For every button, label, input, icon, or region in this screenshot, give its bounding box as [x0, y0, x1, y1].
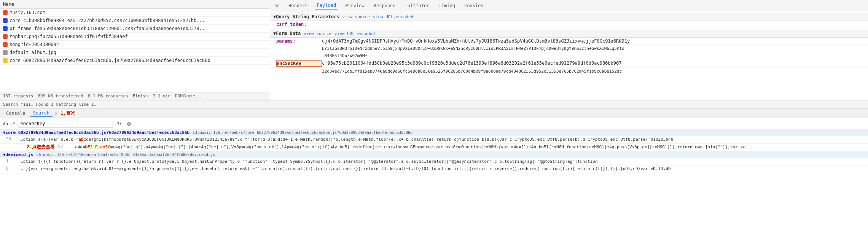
resources-size: 8.1 MB resources [88, 94, 128, 99]
bottom-section: Search fini… Found 1 matching line i… Co… [0, 100, 868, 229]
view-url-encoded-link[interactable]: view URL-encoded [373, 14, 413, 19]
file-item[interactable]: topbar.png?f02a0551d908dae51df01f9fbf384… [0, 33, 270, 41]
top-section: Name music.163.comcore_c3b098bbfb898941e… [0, 0, 868, 100]
img-file-icon [3, 50, 8, 55]
params-row: params: uj4rOdAT3xg7mGgv4NSIBPRsHVyd+MmB… [270, 38, 868, 45]
files-header: Name [0, 0, 270, 9]
requests-count: 137 requests [3, 94, 33, 99]
line-content: …c4g=NEJ.P.ex5C=c4g("nej.g"),u4y=c4g("ne… [72, 144, 748, 151]
csrf-token-value [322, 22, 862, 27]
line-content: …t}{var r=arguments.length>1&&void 0!==a… [21, 166, 671, 172]
file-item[interactable]: music.163.com [0, 9, 270, 17]
tab-timing[interactable]: Timing [437, 2, 457, 9]
dom-content: DOMConte... [175, 94, 203, 99]
result-file-url: s3.music.126.net/web/s/core_60a2789634d9… [193, 130, 412, 135]
file-name: music.163.com [10, 10, 45, 15]
tab-preview[interactable]: Preview [344, 2, 366, 9]
result-line[interactable]: 90…ction a(a){var d,e,b="abcdefghijklmno… [0, 136, 868, 144]
search-highlight: NEJ.P.ex5C [85, 145, 110, 149]
line-number: 1 [6, 159, 18, 164]
params-value-2: LYilJGsBN3r5IDeNrzdUheVloIo9jxHpVXEeD8Or… [270, 45, 868, 52]
network-tabs: ✕ HeadersPayloadPreviewResponseInitiator… [270, 0, 868, 11]
tab-response[interactable]: Response [372, 2, 397, 9]
form-data-section: ▼Form Data view source view URL-encoded … [270, 30, 868, 75]
form-data-header: ▼Form Data view source view URL-encoded [270, 30, 868, 38]
line-content: …ction a(a){var d,e,b="abcdefghijklmnopq… [21, 137, 673, 143]
encseckey-key: encSecKey [276, 60, 322, 67]
file-item[interactable]: default_album.jpg [0, 49, 270, 57]
query-string-title: ▼Query String Parameters [273, 14, 339, 19]
search-input[interactable] [18, 120, 113, 127]
params-value-3: tB4BB5f4Du/W07m9M= [270, 52, 868, 59]
regex-label: .* [10, 121, 15, 126]
form-view-url-encoded-link[interactable]: view URL-encoded [334, 31, 375, 36]
left-panel: Name music.163.comcore_c3b098bbfb898941e… [0, 0, 270, 100]
search-tab[interactable]: Search [30, 110, 53, 117]
search-info-bar: Search fini… Found 1 matching line i… [0, 100, 868, 109]
csrf-token-row: csrf_token: [270, 21, 868, 28]
result-line[interactable]: 1…ction t(){t=function(){return r};var r… [0, 158, 868, 166]
query-string-header: ▼Query String Parameters view source vie… [270, 13, 868, 21]
file-list: music.163.comcore_c3b098bbfb898941ea512a… [0, 9, 270, 92]
html-file-icon [3, 34, 8, 39]
form-data-title: ▼Form Data [273, 31, 301, 36]
line-number: 8 [6, 166, 18, 171]
file-name: topbar.png?f02a0551d908dae51df01f9fbf384… [10, 34, 128, 39]
finish-time: Finish: 2.1 min [133, 94, 170, 99]
main-container: Name music.163.comcore_c3b098bbfb898941e… [0, 0, 868, 229]
encseckey-value: cf93a75cb2011004fdd38b0eb20e95c3d989c0cf… [322, 60, 862, 67]
file-item[interactable]: song?id=2054300084 [0, 41, 270, 49]
html-file-icon [3, 42, 8, 47]
line-number: 92 [58, 144, 69, 149]
css-file-icon [3, 26, 8, 31]
result-file-header[interactable]: ▼core_60a2789634d9aacfbe3fec6cc63ac86b.j… [0, 129, 868, 136]
transferred-size: 899 kB transferred [38, 94, 83, 99]
csrf-token-key: csrf_token: [276, 22, 322, 27]
refresh-search-button[interactable]: ↻ [115, 120, 123, 127]
result-file-name: ▼core_60a2789634d9aacfbe3fec6cc63ac86b.j… [3, 130, 190, 135]
console-tabs: Console Search ✕ 1.查询 [0, 109, 868, 118]
file-item[interactable]: core_c3b098bbfb898941ea512a27bb7bd95c.cs… [0, 17, 270, 25]
params-value: uj4rOdAT3xg7mGgv4NSIBPRsHVyd+MmBO+vOnkHo… [322, 38, 862, 44]
tab-cookies[interactable]: Cookies [463, 2, 485, 9]
line-content: …ction t(){t=function(){return r};var r=… [21, 159, 598, 165]
file-name: default_album.jpg [10, 50, 56, 55]
js-file-icon [3, 58, 8, 63]
right-panel: ✕ HeadersPayloadPreviewResponseInitiator… [270, 0, 868, 100]
result-line[interactable]: 2.点进去查看92…c4g=NEJ.P.ex5C=c4g("nej.g"),u4… [0, 144, 868, 151]
result-file-header[interactable]: ▼deviceid.js s6.music.126.net/643e5ac3af… [0, 151, 868, 158]
annotation-1: 1.查询 [59, 110, 76, 117]
file-name: core_c3b098bbfb898941ea512a27bb7bd95c.cs… [10, 18, 205, 23]
encseckey-value-2: 32d84ed771db3ff815eb8746a0dc9d68fc5e9086… [270, 68, 868, 75]
search-highlight: ab [78, 137, 83, 142]
results-area: ▼core_60a2789634d9aacfbe3fec6cc63ac86b.j… [0, 129, 868, 229]
file-name: song?id=2054300084 [10, 42, 59, 47]
file-item[interactable]: core_60a2789634d9aacfbe3fec6cc63ac86b.js… [0, 57, 270, 65]
annotation-2-inline: 2.点进去查看 [25, 143, 56, 151]
tab-payload[interactable]: Payload [315, 2, 338, 10]
tab-initiator[interactable]: Initiator [403, 2, 431, 9]
params-key: params: [276, 38, 322, 44]
html-file-icon [3, 10, 8, 15]
console-tab[interactable]: Console [3, 110, 29, 117]
file-name: pt_frame_faa559d8a8ebec8e1eb33788ac1200d… [10, 26, 207, 31]
clear-search-button[interactable]: ⊘ [125, 120, 133, 127]
result-file-url: s6.music.126.net/643e5ac3afbaa12ec0719b8… [36, 153, 215, 157]
encseckey-row: encSecKey cf93a75cb2011004fdd38b0eb20e95… [270, 60, 868, 68]
file-name: core_60a2789634d9aacfbe3fec6cc63ac86b.js… [10, 58, 210, 63]
params-container: ▼Query String Parameters view source vie… [270, 11, 868, 100]
search-info-text: Search fini… Found 1 matching line i… [3, 102, 96, 107]
close-tab-button[interactable]: ✕ [273, 3, 281, 9]
search-bar: Aa .* ↻ ⊘ [0, 118, 868, 129]
tab-close-x[interactable]: ✕ [55, 111, 57, 116]
result-file-name: ▼deviceid.js [3, 152, 33, 157]
aa-label: Aa [3, 121, 8, 126]
result-line[interactable]: 8…t}{var r=arguments.length>1&&void 0!==… [0, 165, 868, 173]
file-item[interactable]: pt_frame_faa559d8a8ebec8e1eb33788ac1200d… [0, 25, 270, 33]
tab-headers[interactable]: Headers [287, 2, 309, 9]
form-view-source-link[interactable]: view source [304, 31, 331, 36]
view-source-link[interactable]: view source [342, 14, 370, 19]
status-bar: 137 requests 899 kB transferred 8.1 MB r… [0, 92, 270, 100]
css-file-icon [3, 18, 8, 23]
line-number: 90 [6, 137, 18, 142]
